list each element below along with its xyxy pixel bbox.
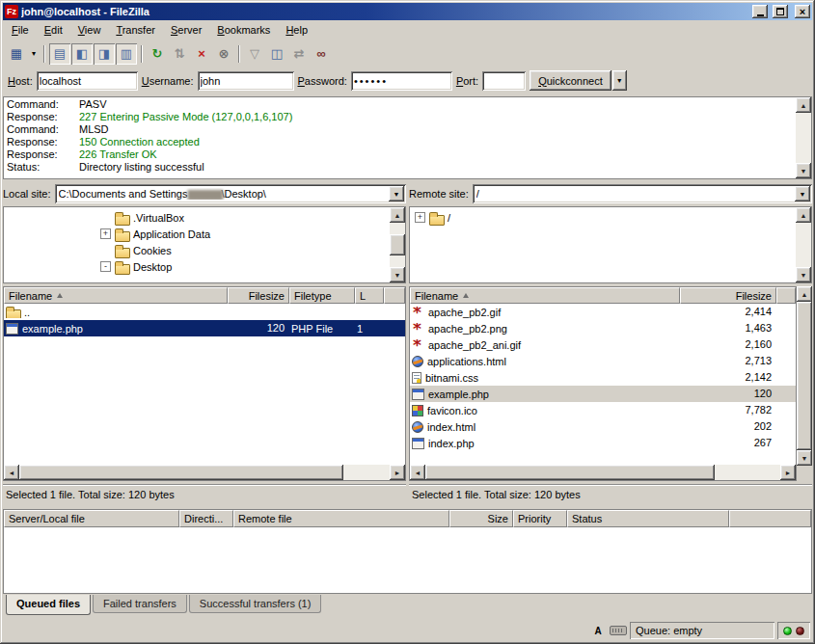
column-header-filesize[interactable]: Filesize	[680, 287, 776, 304]
sort-ascending-icon	[463, 293, 469, 298]
maximize-button[interactable]	[773, 5, 788, 18]
site-manager-icon[interactable]: ▦	[6, 43, 27, 65]
port-input[interactable]	[482, 71, 526, 91]
local-site-combo[interactable]: C:\Documents and Settings████████\Deskto…	[55, 184, 406, 203]
column-header-size[interactable]: Size	[449, 510, 513, 527]
menu-item-bookmarks[interactable]: Bookmarks	[209, 21, 278, 40]
column-header-filename[interactable]: Filename	[410, 287, 680, 304]
filesize-cell: 2,142	[680, 369, 776, 386]
tree-item-cookies[interactable]: Cookies	[4, 242, 390, 258]
scroll-up-icon[interactable]: ▲	[796, 97, 811, 113]
filezilla-app-icon[interactable]: Fz	[5, 5, 18, 18]
scroll-track[interactable]	[390, 223, 405, 234]
column-header-status[interactable]: Status	[567, 510, 729, 527]
refresh-icon[interactable]: ↻	[147, 43, 168, 65]
remote-hscrollbar[interactable]: ◄ ►	[410, 465, 796, 480]
local-site-dropdown-button[interactable]: ▼	[389, 186, 404, 201]
remote-file-row-apache-pb2-png[interactable]: apache_pb2.png1,463	[410, 320, 796, 336]
scroll-up-icon[interactable]: ▲	[797, 286, 812, 302]
remote-tree-scrollbar[interactable]: ▲ ▼	[796, 207, 811, 282]
scroll-right-icon[interactable]: ►	[390, 465, 405, 480]
menu-item-view[interactable]: View	[70, 21, 109, 40]
toggle-local-tree-icon[interactable]: ◧	[71, 43, 93, 65]
scroll-up-icon[interactable]: ▲	[796, 207, 811, 223]
password-input[interactable]	[351, 71, 452, 91]
scroll-right-icon[interactable]: ►	[780, 465, 796, 480]
scroll-down-icon[interactable]: ▼	[797, 450, 812, 466]
scroll-track[interactable]	[796, 223, 811, 267]
compare-icon[interactable]: ◫	[266, 43, 287, 65]
titlebar[interactable]: Fz john@localhost - FileZilla ×	[3, 3, 812, 20]
remote-file-row-apache-pb2-ani-gif[interactable]: apache_pb2_ani.gif2,160	[410, 336, 796, 353]
column-header-directi[interactable]: Directi...	[179, 510, 233, 527]
local-tree-scrollbar[interactable]: ▲ ▼	[390, 207, 405, 282]
scroll-up-icon[interactable]: ▲	[390, 207, 405, 223]
scroll-thumb[interactable]	[19, 465, 343, 480]
expand-icon[interactable]: +	[415, 212, 425, 223]
quickconnect-dropdown-button[interactable]: ▼	[612, 70, 627, 91]
scroll-down-icon[interactable]: ▼	[796, 267, 811, 282]
remote-vscrollbar[interactable]: ▲ ▼	[797, 286, 812, 481]
host-input[interactable]	[37, 71, 138, 91]
tab-queued-files[interactable]: Queued files	[6, 595, 91, 615]
tree-item-application-data[interactable]: +Application Data	[4, 226, 390, 242]
scroll-track[interactable]	[715, 465, 780, 480]
column-header-l[interactable]: L	[355, 287, 384, 304]
scroll-track[interactable]	[796, 113, 811, 163]
minimize-button[interactable]	[752, 5, 768, 18]
menu-item-help[interactable]: Help	[278, 21, 315, 40]
scroll-thumb[interactable]	[797, 302, 812, 450]
scroll-track[interactable]	[390, 255, 405, 267]
log-scrollbar[interactable]: ▲ ▼	[796, 97, 811, 178]
remote-file-row-example-php[interactable]: example.php120	[410, 386, 796, 402]
menu-item-edit[interactable]: Edit	[37, 21, 70, 40]
scroll-down-icon[interactable]: ▼	[390, 267, 405, 282]
disconnect-icon[interactable]: ⊗	[213, 43, 234, 65]
scroll-thumb[interactable]	[425, 465, 715, 480]
remote-file-row-index-html[interactable]: index.html202	[410, 418, 796, 435]
sitemanager-dropdown-icon[interactable]: ▾	[28, 43, 40, 65]
column-header-server-local-file[interactable]: Server/Local file	[4, 510, 179, 527]
menu-item-file[interactable]: File	[4, 21, 37, 40]
column-header-priority[interactable]: Priority	[513, 510, 567, 527]
remote-file-row-bitnami-css[interactable]: bitnami.css2,142	[410, 369, 796, 386]
column-header-remote-file[interactable]: Remote file	[233, 510, 449, 527]
scroll-left-icon[interactable]: ◄	[4, 465, 19, 480]
tree-item-virtualbox[interactable]: .VirtualBox	[4, 209, 390, 226]
column-header-filename[interactable]: Filename	[4, 287, 228, 304]
scroll-track[interactable]	[343, 465, 390, 480]
cancel-icon[interactable]: ×	[191, 43, 212, 65]
toggle-queue-icon[interactable]: ▥	[116, 43, 137, 65]
menu-item-server[interactable]: Server	[163, 21, 209, 40]
menu-item-transfer[interactable]: Transfer	[108, 21, 163, 40]
local-file-row-item[interactable]: ..	[4, 304, 405, 320]
find-icon[interactable]: ∞	[311, 43, 332, 65]
column-header-filetype[interactable]: Filetype	[289, 287, 355, 304]
remote-file-row-index-php[interactable]: index.php267	[410, 435, 796, 451]
toggle-remote-tree-icon[interactable]: ◨	[94, 43, 115, 65]
quickconnect-button[interactable]: Quickconnect	[530, 70, 611, 91]
remote-site-combo[interactable]: / ▼	[473, 184, 812, 203]
column-header-filesize[interactable]: Filesize	[228, 287, 289, 304]
expand-icon[interactable]: +	[100, 228, 111, 239]
local-hscrollbar[interactable]: ◄ ►	[4, 465, 405, 480]
remote-file-row-applications-html[interactable]: applications.html2,713	[410, 353, 796, 369]
scroll-left-icon[interactable]: ◄	[410, 465, 425, 480]
local-file-row-example-php[interactable]: example.php120PHP File1	[4, 320, 405, 336]
tree-item-item[interactable]: +/	[410, 209, 796, 226]
scroll-thumb[interactable]	[390, 234, 405, 255]
scroll-down-icon[interactable]: ▼	[796, 163, 811, 178]
filename-cell: example.php	[410, 389, 680, 400]
toggle-log-icon[interactable]: ▤	[49, 43, 70, 65]
remote-site-dropdown-button[interactable]: ▼	[795, 186, 810, 201]
toolbar-separator	[238, 45, 240, 63]
username-input[interactable]	[198, 71, 294, 91]
tab-successful-transfers-1[interactable]: Successful transfers (1)	[189, 595, 322, 613]
collapse-icon[interactable]: -	[100, 261, 111, 272]
remote-file-row-favicon-ico[interactable]: favicon.ico7,782	[410, 402, 796, 418]
remote-file-row-apache-pb2-gif[interactable]: apache_pb2.gif2,414	[410, 304, 796, 320]
tab-failed-transfers[interactable]: Failed transfers	[93, 595, 187, 613]
window-title: john@localhost - FileZilla	[21, 6, 747, 17]
tree-item-desktop[interactable]: -Desktop	[4, 258, 390, 275]
close-button[interactable]: ×	[795, 5, 810, 18]
